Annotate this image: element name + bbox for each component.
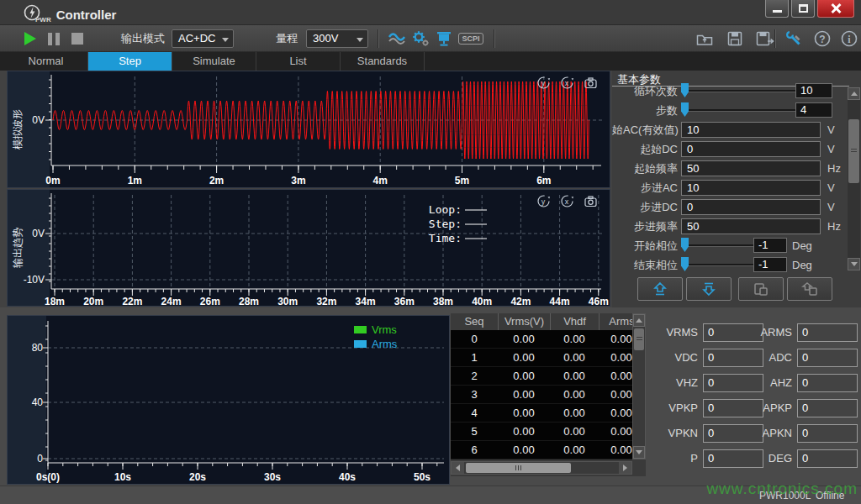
pause-button[interactable] (42, 27, 66, 50)
param-unit: Deg (792, 259, 812, 271)
grip-icon (851, 149, 857, 154)
param-slider-track[interactable] (683, 244, 753, 247)
measurement-label: VDC (647, 351, 698, 364)
scroll-down-button[interactable] (848, 258, 860, 270)
param-input[interactable]: 0 (681, 141, 821, 157)
param-slider-handle[interactable] (681, 257, 689, 271)
folder-open-icon (695, 30, 714, 47)
table-row[interactable]: 40.000.000.00 (451, 404, 632, 423)
param-slider-track[interactable] (683, 90, 795, 92)
scrollbar-thumb[interactable] (466, 463, 571, 473)
move-up-button[interactable] (637, 277, 683, 301)
load-list-button[interactable] (787, 277, 832, 301)
help-button[interactable]: ? (811, 27, 834, 50)
param-value[interactable]: 10 (795, 83, 832, 98)
remote-display-button[interactable] (432, 27, 456, 50)
svg-text:Step:: Step: (429, 218, 462, 230)
param-value[interactable]: -1 (753, 257, 787, 272)
settings-button[interactable] (409, 27, 432, 50)
scroll-up-button[interactable] (848, 87, 860, 100)
scpi-button[interactable]: SCPI (456, 27, 486, 50)
svg-text:40: 40 (32, 396, 44, 408)
param-slider-track[interactable] (683, 109, 795, 112)
column-header[interactable]: Seq (451, 313, 498, 330)
move-down-button[interactable] (686, 277, 732, 301)
minimize-button[interactable] (765, 0, 789, 18)
measurement-row: VRMS 0 ARMS 0 (647, 323, 861, 342)
measurement-label: VPKP (647, 402, 698, 414)
params-scrollbar[interactable] (848, 87, 860, 270)
info-icon: i (840, 29, 858, 48)
table-vertical-scrollbar[interactable] (632, 313, 646, 459)
tab-standards[interactable]: Standards (341, 52, 425, 71)
param-unit: Hz (827, 162, 841, 175)
y-autoscale-icon[interactable]: y (536, 194, 551, 208)
x-autoscale-icon[interactable]: x (560, 194, 574, 208)
column-header[interactable]: Arms (599, 313, 632, 330)
table-row[interactable]: 30.000.000.00 (451, 386, 632, 404)
scroll-down-button[interactable] (633, 446, 645, 459)
tab-simulate[interactable]: Simulate (172, 52, 256, 71)
close-button[interactable] (817, 0, 854, 18)
param-slider-handle[interactable] (681, 102, 689, 117)
param-value[interactable]: 4 (795, 102, 832, 118)
arrow-left-icon (456, 465, 460, 471)
stop-button[interactable] (66, 27, 89, 50)
tools-button[interactable] (782, 27, 806, 50)
tab-step[interactable]: Step (88, 52, 172, 71)
param-input[interactable]: 50 (681, 218, 821, 234)
param-value[interactable]: -1 (753, 238, 787, 253)
y-autoscale-icon[interactable]: y (536, 76, 551, 90)
tab-list[interactable]: List (256, 52, 341, 71)
param-input[interactable]: 50 (681, 160, 821, 176)
param-label: 起始频率 (612, 161, 678, 176)
svg-text:Time:: Time: (429, 232, 462, 244)
output-mode-select[interactable]: AC+DC (172, 29, 234, 48)
range-select[interactable]: 300V (306, 29, 368, 48)
scrollbar-thumb[interactable] (634, 328, 644, 350)
scroll-right-button[interactable] (619, 462, 631, 474)
info-button[interactable]: i (837, 27, 861, 50)
svg-text:18m: 18m (45, 296, 65, 306)
x-autoscale-icon[interactable]: x (560, 76, 574, 90)
maximize-button[interactable] (791, 0, 815, 18)
run-button[interactable] (18, 27, 42, 50)
waveform-button[interactable] (385, 27, 409, 50)
save-icon (726, 30, 743, 47)
param-slider-handle[interactable] (681, 83, 689, 97)
param-input[interactable]: 10 (681, 180, 821, 196)
table-row[interactable]: 20.000.000.00 (451, 367, 632, 386)
param-slider-handle[interactable] (681, 238, 689, 252)
table-cell: 0 (451, 330, 498, 348)
svg-text:40m: 40m (472, 296, 492, 306)
table-row[interactable]: 60.000.000.00 (451, 441, 632, 459)
scrollbar-thumb[interactable] (848, 119, 859, 183)
snapshot-icon[interactable] (584, 76, 598, 90)
param-row: 起始频率50 Hz (612, 160, 848, 176)
svg-text:Loop:: Loop: (429, 203, 462, 216)
table-row[interactable]: 00.000.000.00 (451, 330, 632, 349)
param-input[interactable]: 0 (681, 199, 821, 215)
column-header[interactable]: Vhdf (550, 313, 599, 330)
measurement-label: P (647, 452, 698, 465)
scpi-icon: SCPI (458, 33, 483, 45)
tab-normal[interactable]: Normal (4, 52, 88, 71)
table-row[interactable]: 10.000.000.00 (451, 349, 632, 367)
save-as-button[interactable] (753, 27, 777, 50)
table-horizontal-scrollbar[interactable] (451, 461, 632, 475)
svg-text:42m: 42m (510, 296, 531, 306)
save-list-button[interactable] (738, 277, 784, 301)
param-slider-track[interactable] (683, 264, 753, 266)
measurement-row: P 0 DEG 0 (647, 449, 861, 468)
measurement-row: VDC 0 ADC 0 (647, 349, 861, 367)
snapshot-icon[interactable] (584, 194, 598, 208)
save-button[interactable] (723, 27, 747, 50)
scroll-up-button[interactable] (633, 314, 645, 327)
table-row[interactable]: 50.000.000.00 (451, 423, 632, 441)
waveform-icon (388, 30, 406, 47)
scroll-left-button[interactable] (452, 462, 464, 474)
param-input[interactable]: 10 (681, 122, 821, 138)
folder-open-button[interactable] (693, 27, 716, 50)
column-header[interactable]: Vrms(V) (498, 313, 550, 330)
table-cell: 0.00 (498, 423, 550, 440)
